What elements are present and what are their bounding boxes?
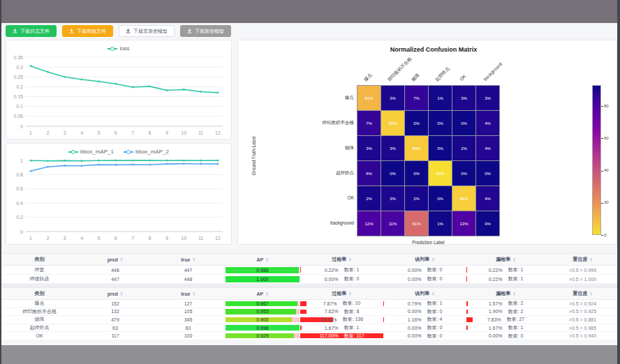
rate-count: 数量: 0	[427, 333, 443, 340]
rate-count: 数量: 1	[427, 300, 443, 307]
rate-count: 数量: 0	[508, 333, 524, 340]
sort-icon[interactable]: ▲▼	[431, 291, 434, 296]
rate-percent: 0.00%	[408, 309, 422, 314]
map-chart-card: bbox_mAP_1bbox_mAP_2 00.20.40.60.8112345…	[6, 143, 232, 245]
ap-cell: 0.986	[225, 266, 300, 274]
true-value: 447	[152, 266, 225, 274]
matrix-col-label: 焊印面积不合格	[387, 56, 414, 83]
window-bottombar	[0, 345, 620, 364]
ap-value: 0.967	[226, 301, 300, 307]
class-label: 烟珠	[0, 316, 79, 324]
misjudge-rate-cell: 0.00%数量: 0	[383, 332, 466, 340]
rate-percent: 7.83%	[487, 317, 501, 322]
ap-cell: 0.929	[225, 332, 300, 340]
column-header-置信度[interactable]: 置信度▲▼	[545, 254, 620, 265]
svg-text:5: 5	[98, 236, 101, 241]
rate-count: 数量: 1	[508, 266, 524, 273]
button-label: 下载简报文件	[77, 28, 106, 35]
column-header-label: 过检率	[332, 290, 346, 297]
sort-icon[interactable]: ▲▼	[348, 291, 351, 296]
rate-percent: 7.87%	[323, 301, 337, 306]
download-icon	[126, 29, 131, 33]
ap-value: 0.900	[226, 317, 300, 323]
download-unencrypted-model-button[interactable]: 下载非加密模型	[119, 25, 175, 37]
rate-percent: 0.22%	[489, 268, 503, 273]
svg-text:0.25: 0.25	[13, 75, 23, 79]
sort-icon[interactable]: ▲▼	[589, 257, 592, 262]
column-header-漏检率[interactable]: 漏检率▲▼	[466, 288, 545, 299]
table-row: 焊印面积不合格1321050.9537.62%数量: 80.00%数量: 01.…	[0, 308, 620, 317]
table-row: 爆点1521270.9677.87%数量: 100.79%数量: 11.57%数…	[0, 300, 620, 308]
matrix-cell-5-5: 0%	[476, 211, 499, 236]
column-header-label: true	[181, 257, 190, 262]
matrix-cell-0-1: 3%	[381, 86, 404, 110]
overdetect-rate-cell: 0.00%数量: 0	[300, 275, 383, 283]
legend-marker-icon	[68, 149, 78, 154]
column-header-label: AP	[256, 291, 263, 296]
column-header-置信度[interactable]: 置信度▲▼	[545, 288, 620, 299]
download-log-button[interactable]: 下载日志文件	[6, 25, 57, 37]
class-label: 焊盘	[0, 266, 79, 274]
svg-text:7: 7	[131, 130, 134, 135]
sort-icon[interactable]: ▲▼	[348, 257, 351, 262]
matrix-cell-3-2: 0%	[405, 161, 428, 185]
column-header-过检率[interactable]: 过检率▲▼	[300, 288, 383, 299]
ap-value: 1.000	[226, 276, 300, 282]
table-row: 焊盘4464470.9860.22%数量: 10.00%数量: 00.22%数量…	[0, 266, 620, 275]
sort-icon[interactable]: ▲▼	[431, 257, 434, 262]
table-1-header: 类别pred▲▼true▲▼AP▲▼过检率▲▼误判率▲▼漏检率▲▼置信度▲▼	[0, 287, 620, 300]
column-header-误判率[interactable]: 误判率▲▼	[383, 288, 466, 299]
column-header-过检率[interactable]: 过检率▲▼	[300, 254, 383, 265]
column-header-label: 类别	[35, 256, 45, 263]
sort-icon[interactable]: ▲▼	[512, 257, 515, 262]
matrix-cell-1-2: 0%	[405, 111, 428, 135]
miss-rate-cell: 0.22%数量: 1	[466, 275, 545, 283]
column-header-true[interactable]: true▲▼	[152, 254, 225, 265]
column-header-true[interactable]: true▲▼	[152, 288, 225, 299]
confusion-matrix-grid: 83%3%7%1%3%3%7%89%0%0%0%4%3%3%88%0%2%4%6…	[357, 85, 500, 236]
matrix-cell-4-1: 3%	[381, 186, 404, 211]
column-header-漏检率[interactable]: 漏检率▲▼	[466, 254, 545, 265]
svg-text:12: 12	[215, 236, 221, 241]
legend-item-bbox_mAP_1[interactable]: bbox_mAP_1	[68, 147, 114, 156]
matrix-row-label: 起焊炸点	[280, 170, 354, 176]
legend-item-bbox_mAP_2[interactable]: bbox_mAP_2	[124, 147, 169, 156]
sort-icon[interactable]: ▲▼	[512, 291, 515, 296]
column-header-label: 误判率	[415, 256, 429, 263]
true-value: 448	[152, 275, 225, 283]
misjudge-rate-cell: 0.00%数量: 0	[383, 275, 466, 283]
legend-item-loss[interactable]: loss	[108, 44, 129, 53]
column-header-pred[interactable]: pred▲▼	[79, 254, 152, 265]
class-label: 爆点	[0, 300, 79, 308]
sort-icon[interactable]: ▲▼	[120, 291, 123, 296]
column-header-AP[interactable]: AP▲▼	[225, 254, 300, 265]
table-row: OK1171000.929117.00%数量: 1170.00%数量: 00.0…	[0, 332, 620, 340]
sort-icon[interactable]: ▲▼	[192, 291, 195, 296]
column-header-类别: 类别	[0, 288, 79, 299]
sort-icon[interactable]: ▲▼	[265, 257, 268, 262]
rate-percent: 1.90%	[489, 309, 503, 314]
pred-value: 63	[79, 324, 152, 332]
true-value: 100	[152, 332, 225, 340]
svg-text:3: 3	[64, 236, 66, 241]
svg-text:3: 3	[64, 130, 66, 135]
download-report-button[interactable]: 下载简报文件	[62, 25, 113, 37]
rate-count: 数量: 0	[427, 275, 443, 282]
matrix-cell-3-5: 0%	[476, 161, 499, 185]
confidence-value: >0.5 = 0.940	[545, 332, 620, 340]
sort-icon[interactable]: ▲▼	[192, 257, 195, 262]
svg-text:10: 10	[181, 236, 186, 241]
rate-percent: 7.62%	[325, 309, 339, 314]
sort-icon[interactable]: ▲▼	[589, 291, 592, 296]
matrix-cell-4-5: 4%	[476, 186, 499, 211]
rate-count: 数量: 0	[427, 266, 443, 273]
column-header-误判率[interactable]: 误判率▲▼	[383, 254, 466, 265]
sort-icon[interactable]: ▲▼	[265, 291, 268, 296]
download-encrypted-model-button[interactable]: 下载加密模型	[180, 25, 231, 37]
column-header-AP[interactable]: AP▲▼	[225, 288, 300, 299]
sort-icon[interactable]: ▲▼	[120, 257, 123, 262]
column-header-label: pred	[108, 291, 118, 296]
svg-text:0.2: 0.2	[16, 84, 23, 89]
rate-count: 数量: 2	[508, 308, 524, 315]
column-header-pred[interactable]: pred▲▼	[79, 288, 152, 299]
